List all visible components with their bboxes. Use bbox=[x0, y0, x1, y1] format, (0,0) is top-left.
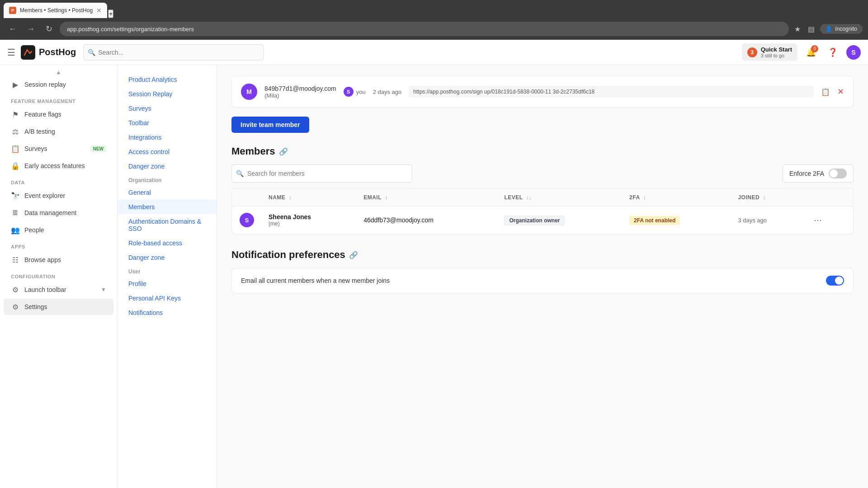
sidebar-item-ab-testing[interactable]: ⚖ A/B testing bbox=[4, 123, 113, 140]
hamburger-button[interactable]: ☰ bbox=[7, 47, 15, 58]
forward-button[interactable]: → bbox=[24, 22, 38, 36]
member-me-label: (me) bbox=[269, 221, 349, 227]
member-avatar: S bbox=[240, 213, 254, 227]
sidebar-item-surveys[interactable]: 📋 Surveys NEW bbox=[4, 141, 113, 157]
col-header-joined[interactable]: JOINED ↕ bbox=[731, 189, 802, 206]
sidebar-item-settings[interactable]: ⚙ Settings bbox=[4, 299, 113, 315]
notif-email-card: Email all current members when a new mem… bbox=[231, 268, 854, 293]
new-tab-button[interactable]: + bbox=[108, 9, 113, 18]
bookmark-button[interactable]: ★ bbox=[793, 23, 802, 35]
sidebar-item-event-explorer[interactable]: 🔭 Event explorer bbox=[4, 188, 113, 204]
settings-session-replay[interactable]: Session Replay bbox=[118, 87, 217, 101]
member-row: S Sheena Jones (me) 46ddfb73@moodjoy.com bbox=[232, 206, 853, 234]
incognito-button[interactable]: 👤 Incognito bbox=[820, 24, 863, 34]
settings-role-based[interactable]: Role-based access bbox=[118, 236, 217, 250]
col-header-email[interactable]: EMAIL ↕ bbox=[356, 189, 497, 206]
members-link-icon[interactable]: 🔗 bbox=[279, 147, 288, 156]
surveys-icon: 📋 bbox=[11, 144, 20, 153]
enforce-2fa-label: Enforce 2FA bbox=[789, 170, 824, 177]
member-actions-button[interactable]: ⋯ bbox=[810, 213, 826, 227]
browser-tab-bar: P Members • Settings • PostHog ✕ + bbox=[0, 0, 868, 18]
invite-avatar: M bbox=[241, 84, 257, 100]
name-sort-icon[interactable]: ↕ bbox=[289, 195, 292, 200]
feature-flags-label: Feature flags bbox=[24, 111, 106, 118]
settings-personal-api[interactable]: Personal API Keys bbox=[118, 291, 217, 305]
settings-general[interactable]: General bbox=[118, 185, 217, 200]
email-sort-icon[interactable]: ↕ bbox=[385, 195, 388, 200]
feature-management-section: FEATURE MANAGEMENT bbox=[0, 93, 117, 106]
sidebar-item-browse-apps[interactable]: ☷ Browse apps bbox=[4, 252, 113, 268]
sidebar-item-early-access[interactable]: 🔒 Early access features bbox=[4, 158, 113, 174]
settings-integrations[interactable]: Integrations bbox=[118, 130, 217, 145]
settings-notifications[interactable]: Notifications bbox=[118, 305, 217, 320]
settings-org-danger[interactable]: Danger zone bbox=[118, 250, 217, 265]
copy-link-button[interactable]: 📋 bbox=[821, 88, 830, 96]
logo-text: PostHog bbox=[39, 47, 76, 57]
sidebar-item-session-replay[interactable]: ▶ Session replay bbox=[4, 76, 113, 93]
notifications-button[interactable]: 🔔 0 bbox=[803, 44, 819, 61]
ab-testing-label: A/B testing bbox=[24, 128, 106, 135]
main-content: M 849b77d1@moodjoy.com (Mila) S you 2 da… bbox=[217, 65, 868, 488]
settings-profile[interactable]: Profile bbox=[118, 277, 217, 291]
address-bar[interactable] bbox=[60, 22, 789, 36]
member-actions-cell: ⋯ bbox=[803, 206, 853, 234]
user-avatar-button[interactable]: S bbox=[846, 45, 861, 60]
sidebar-item-people[interactable]: 👥 People bbox=[4, 222, 113, 238]
col-header-name[interactable]: NAME ↕ bbox=[261, 189, 356, 206]
settings-danger-zone[interactable]: Danger zone bbox=[118, 159, 217, 174]
settings-members[interactable]: Members bbox=[118, 200, 217, 214]
scroll-indicator: ▲ bbox=[0, 69, 117, 76]
extensions-button[interactable]: ▤ bbox=[806, 23, 816, 35]
member-joined-text: 3 days ago bbox=[738, 217, 767, 224]
quick-start-text: Quick Start 3 still to go bbox=[761, 46, 792, 58]
sidebar-item-launch-toolbar[interactable]: ⚙ Launch toolbar ▼ bbox=[4, 282, 113, 298]
session-replay-icon: ▶ bbox=[11, 80, 20, 89]
browser-tab[interactable]: P Members • Settings • PostHog ✕ bbox=[4, 3, 107, 18]
org-owner-badge: Organization owner bbox=[504, 216, 565, 225]
enforce-2fa-toggle[interactable]: Enforce 2FA bbox=[783, 164, 854, 183]
invite-team-member-button[interactable]: Invite team member bbox=[231, 117, 309, 133]
twofa-sort-icon[interactable]: ↕ bbox=[643, 195, 646, 200]
quick-start-button[interactable]: 3 Quick Start 3 still to go bbox=[742, 43, 797, 61]
people-icon: 👥 bbox=[11, 225, 20, 235]
event-explorer-icon: 🔭 bbox=[11, 191, 20, 200]
members-search-input[interactable] bbox=[231, 164, 412, 183]
search-input[interactable] bbox=[83, 44, 264, 61]
data-section: DATA bbox=[0, 174, 117, 187]
browser-actions: ★ ▤ 👤 Incognito bbox=[793, 23, 863, 35]
logo-icon bbox=[21, 45, 35, 60]
refresh-button[interactable]: ↻ bbox=[42, 22, 56, 36]
col-header-level[interactable]: LEVEL ↕↓ bbox=[497, 189, 622, 206]
settings-product-analytics[interactable]: Product Analytics bbox=[118, 72, 217, 87]
feature-flags-icon: ⚑ bbox=[11, 110, 20, 119]
notif-link-icon[interactable]: 🔗 bbox=[349, 251, 358, 259]
apps-section: APPS bbox=[0, 239, 117, 251]
delete-invite-button[interactable]: ✕ bbox=[837, 87, 844, 97]
member-name: Sheena Jones bbox=[269, 213, 349, 221]
event-explorer-label: Event explorer bbox=[24, 192, 106, 199]
settings-access-control[interactable]: Access control bbox=[118, 145, 217, 159]
notif-title-wrap: Notification preferences 🔗 bbox=[231, 249, 854, 261]
quick-start-sub: 3 still to go bbox=[761, 53, 792, 58]
notif-email-toggle[interactable] bbox=[826, 276, 844, 286]
members-table-header-row: NAME ↕ EMAIL ↕ LEVEL ↕↓ bbox=[232, 189, 853, 206]
invite-email-address: 849b77d1@moodjoy.com bbox=[264, 85, 336, 92]
members-table-wrapper: NAME ↕ EMAIL ↕ LEVEL ↕↓ bbox=[231, 188, 854, 235]
level-sort-icon[interactable]: ↕↓ bbox=[526, 195, 532, 200]
col-header-2fa[interactable]: 2FA ↕ bbox=[622, 189, 731, 206]
invite-link-text: https://app.posthog.com/sign up/018c191d… bbox=[409, 86, 814, 98]
sidebar-item-feature-flags[interactable]: ⚑ Feature flags bbox=[4, 106, 113, 122]
joined-sort-icon[interactable]: ↕ bbox=[763, 195, 766, 200]
notifications-badge: 0 bbox=[811, 45, 818, 52]
help-button[interactable]: ❓ bbox=[825, 44, 841, 61]
settings-auth-domains[interactable]: Authentication Domains & SSO bbox=[118, 214, 217, 236]
enforce-2fa-switch[interactable] bbox=[829, 169, 847, 178]
settings-surveys[interactable]: Surveys bbox=[118, 101, 217, 116]
launch-toolbar-label: Launch toolbar bbox=[24, 286, 96, 293]
close-tab-icon[interactable]: ✕ bbox=[96, 7, 102, 14]
settings-toolbar[interactable]: Toolbar bbox=[118, 116, 217, 130]
people-label: People bbox=[24, 226, 106, 234]
back-button[interactable]: ← bbox=[5, 22, 20, 36]
twofa-not-enabled-badge: 2FA not enabled bbox=[629, 216, 680, 225]
sidebar-item-data-management[interactable]: 🗏 Data management bbox=[4, 205, 113, 221]
